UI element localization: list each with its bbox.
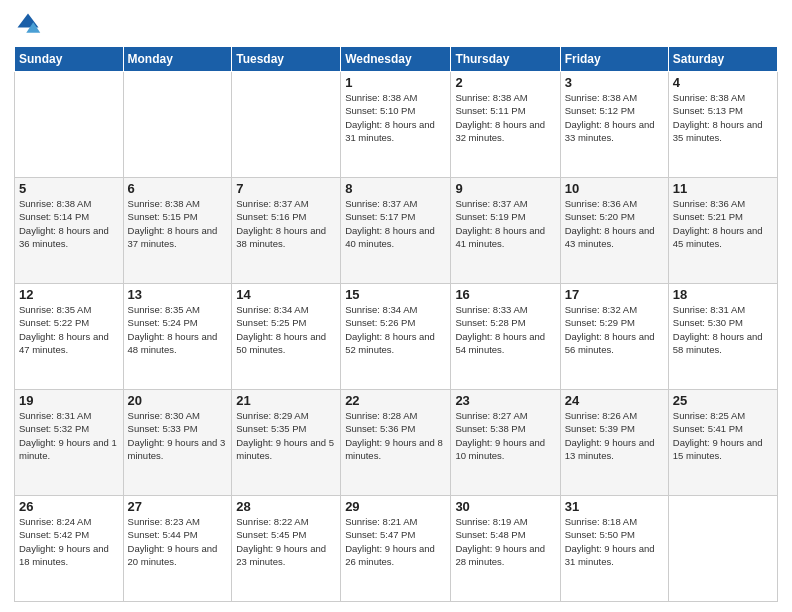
- day-number: 9: [455, 181, 555, 196]
- weekday-header: Thursday: [451, 47, 560, 72]
- day-info: Sunrise: 8:35 AM Sunset: 5:22 PM Dayligh…: [19, 303, 119, 356]
- day-info: Sunrise: 8:29 AM Sunset: 5:35 PM Dayligh…: [236, 409, 336, 462]
- day-number: 4: [673, 75, 773, 90]
- page: SundayMondayTuesdayWednesdayThursdayFrid…: [0, 0, 792, 612]
- calendar-cell: 28Sunrise: 8:22 AM Sunset: 5:45 PM Dayli…: [232, 496, 341, 602]
- calendar-cell: 7Sunrise: 8:37 AM Sunset: 5:16 PM Daylig…: [232, 178, 341, 284]
- day-number: 21: [236, 393, 336, 408]
- calendar-cell: [15, 72, 124, 178]
- day-number: 12: [19, 287, 119, 302]
- calendar-cell: 20Sunrise: 8:30 AM Sunset: 5:33 PM Dayli…: [123, 390, 232, 496]
- logo: [14, 10, 46, 38]
- calendar-cell: 17Sunrise: 8:32 AM Sunset: 5:29 PM Dayli…: [560, 284, 668, 390]
- day-number: 6: [128, 181, 228, 196]
- day-number: 23: [455, 393, 555, 408]
- calendar-cell: 29Sunrise: 8:21 AM Sunset: 5:47 PM Dayli…: [341, 496, 451, 602]
- calendar-cell: 25Sunrise: 8:25 AM Sunset: 5:41 PM Dayli…: [668, 390, 777, 496]
- calendar-cell: 16Sunrise: 8:33 AM Sunset: 5:28 PM Dayli…: [451, 284, 560, 390]
- calendar: SundayMondayTuesdayWednesdayThursdayFrid…: [14, 46, 778, 602]
- calendar-cell: 3Sunrise: 8:38 AM Sunset: 5:12 PM Daylig…: [560, 72, 668, 178]
- day-number: 14: [236, 287, 336, 302]
- day-number: 2: [455, 75, 555, 90]
- calendar-cell: 12Sunrise: 8:35 AM Sunset: 5:22 PM Dayli…: [15, 284, 124, 390]
- calendar-cell: 18Sunrise: 8:31 AM Sunset: 5:30 PM Dayli…: [668, 284, 777, 390]
- calendar-cell: 11Sunrise: 8:36 AM Sunset: 5:21 PM Dayli…: [668, 178, 777, 284]
- calendar-week-row: 12Sunrise: 8:35 AM Sunset: 5:22 PM Dayli…: [15, 284, 778, 390]
- weekday-header: Friday: [560, 47, 668, 72]
- day-info: Sunrise: 8:38 AM Sunset: 5:12 PM Dayligh…: [565, 91, 664, 144]
- day-info: Sunrise: 8:25 AM Sunset: 5:41 PM Dayligh…: [673, 409, 773, 462]
- calendar-cell: 30Sunrise: 8:19 AM Sunset: 5:48 PM Dayli…: [451, 496, 560, 602]
- day-info: Sunrise: 8:38 AM Sunset: 5:14 PM Dayligh…: [19, 197, 119, 250]
- day-info: Sunrise: 8:24 AM Sunset: 5:42 PM Dayligh…: [19, 515, 119, 568]
- calendar-cell: [668, 496, 777, 602]
- day-info: Sunrise: 8:18 AM Sunset: 5:50 PM Dayligh…: [565, 515, 664, 568]
- day-number: 13: [128, 287, 228, 302]
- calendar-cell: 22Sunrise: 8:28 AM Sunset: 5:36 PM Dayli…: [341, 390, 451, 496]
- day-info: Sunrise: 8:19 AM Sunset: 5:48 PM Dayligh…: [455, 515, 555, 568]
- calendar-cell: 2Sunrise: 8:38 AM Sunset: 5:11 PM Daylig…: [451, 72, 560, 178]
- calendar-cell: [123, 72, 232, 178]
- day-info: Sunrise: 8:34 AM Sunset: 5:26 PM Dayligh…: [345, 303, 446, 356]
- logo-icon: [14, 10, 42, 38]
- day-number: 17: [565, 287, 664, 302]
- day-number: 10: [565, 181, 664, 196]
- day-number: 27: [128, 499, 228, 514]
- day-number: 22: [345, 393, 446, 408]
- calendar-week-row: 1Sunrise: 8:38 AM Sunset: 5:10 PM Daylig…: [15, 72, 778, 178]
- day-number: 5: [19, 181, 119, 196]
- day-number: 25: [673, 393, 773, 408]
- day-info: Sunrise: 8:33 AM Sunset: 5:28 PM Dayligh…: [455, 303, 555, 356]
- day-info: Sunrise: 8:22 AM Sunset: 5:45 PM Dayligh…: [236, 515, 336, 568]
- header: [14, 10, 778, 38]
- day-number: 20: [128, 393, 228, 408]
- calendar-cell: 8Sunrise: 8:37 AM Sunset: 5:17 PM Daylig…: [341, 178, 451, 284]
- calendar-week-row: 26Sunrise: 8:24 AM Sunset: 5:42 PM Dayli…: [15, 496, 778, 602]
- day-info: Sunrise: 8:37 AM Sunset: 5:16 PM Dayligh…: [236, 197, 336, 250]
- day-info: Sunrise: 8:21 AM Sunset: 5:47 PM Dayligh…: [345, 515, 446, 568]
- day-info: Sunrise: 8:27 AM Sunset: 5:38 PM Dayligh…: [455, 409, 555, 462]
- day-number: 7: [236, 181, 336, 196]
- day-info: Sunrise: 8:37 AM Sunset: 5:19 PM Dayligh…: [455, 197, 555, 250]
- calendar-header: SundayMondayTuesdayWednesdayThursdayFrid…: [15, 47, 778, 72]
- calendar-cell: [232, 72, 341, 178]
- weekday-header: Saturday: [668, 47, 777, 72]
- day-info: Sunrise: 8:31 AM Sunset: 5:30 PM Dayligh…: [673, 303, 773, 356]
- calendar-cell: 4Sunrise: 8:38 AM Sunset: 5:13 PM Daylig…: [668, 72, 777, 178]
- day-info: Sunrise: 8:30 AM Sunset: 5:33 PM Dayligh…: [128, 409, 228, 462]
- calendar-cell: 31Sunrise: 8:18 AM Sunset: 5:50 PM Dayli…: [560, 496, 668, 602]
- calendar-cell: 9Sunrise: 8:37 AM Sunset: 5:19 PM Daylig…: [451, 178, 560, 284]
- day-number: 16: [455, 287, 555, 302]
- day-number: 15: [345, 287, 446, 302]
- day-info: Sunrise: 8:37 AM Sunset: 5:17 PM Dayligh…: [345, 197, 446, 250]
- calendar-week-row: 5Sunrise: 8:38 AM Sunset: 5:14 PM Daylig…: [15, 178, 778, 284]
- weekday-header: Monday: [123, 47, 232, 72]
- day-number: 3: [565, 75, 664, 90]
- day-info: Sunrise: 8:38 AM Sunset: 5:11 PM Dayligh…: [455, 91, 555, 144]
- calendar-body: 1Sunrise: 8:38 AM Sunset: 5:10 PM Daylig…: [15, 72, 778, 602]
- calendar-cell: 1Sunrise: 8:38 AM Sunset: 5:10 PM Daylig…: [341, 72, 451, 178]
- day-number: 28: [236, 499, 336, 514]
- calendar-cell: 21Sunrise: 8:29 AM Sunset: 5:35 PM Dayli…: [232, 390, 341, 496]
- day-number: 11: [673, 181, 773, 196]
- calendar-week-row: 19Sunrise: 8:31 AM Sunset: 5:32 PM Dayli…: [15, 390, 778, 496]
- day-info: Sunrise: 8:28 AM Sunset: 5:36 PM Dayligh…: [345, 409, 446, 462]
- day-number: 19: [19, 393, 119, 408]
- weekday-header: Sunday: [15, 47, 124, 72]
- weekday-row: SundayMondayTuesdayWednesdayThursdayFrid…: [15, 47, 778, 72]
- calendar-cell: 15Sunrise: 8:34 AM Sunset: 5:26 PM Dayli…: [341, 284, 451, 390]
- day-info: Sunrise: 8:38 AM Sunset: 5:10 PM Dayligh…: [345, 91, 446, 144]
- calendar-cell: 5Sunrise: 8:38 AM Sunset: 5:14 PM Daylig…: [15, 178, 124, 284]
- day-number: 1: [345, 75, 446, 90]
- day-info: Sunrise: 8:35 AM Sunset: 5:24 PM Dayligh…: [128, 303, 228, 356]
- day-info: Sunrise: 8:32 AM Sunset: 5:29 PM Dayligh…: [565, 303, 664, 356]
- calendar-cell: 14Sunrise: 8:34 AM Sunset: 5:25 PM Dayli…: [232, 284, 341, 390]
- day-number: 31: [565, 499, 664, 514]
- day-number: 30: [455, 499, 555, 514]
- day-number: 24: [565, 393, 664, 408]
- weekday-header: Tuesday: [232, 47, 341, 72]
- day-number: 8: [345, 181, 446, 196]
- day-info: Sunrise: 8:23 AM Sunset: 5:44 PM Dayligh…: [128, 515, 228, 568]
- day-number: 26: [19, 499, 119, 514]
- day-info: Sunrise: 8:38 AM Sunset: 5:15 PM Dayligh…: [128, 197, 228, 250]
